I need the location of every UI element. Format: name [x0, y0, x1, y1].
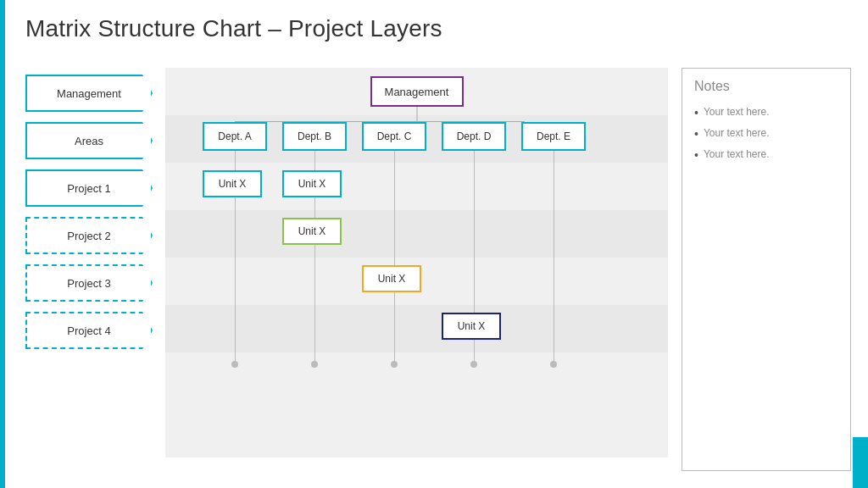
vline-e [554, 151, 554, 364]
dot-e [550, 361, 557, 368]
row-label-project1: Project 1 [25, 169, 153, 207]
unit-p1-a: Unit X [203, 170, 262, 197]
chart-wrapper: Management Areas Project 1 Project 2 Pro… [165, 68, 668, 471]
vline-c [394, 151, 395, 364]
dept-box-c: Dept. C [362, 122, 426, 151]
mgmt-vline [416, 107, 417, 122]
row-label-areas: Areas [25, 122, 153, 159]
notes-item-2: Your text here. [694, 127, 838, 141]
row-band-5 [165, 305, 668, 352]
dot-d [470, 361, 477, 368]
dot-a [231, 361, 238, 368]
page-title: Matrix Structure Chart – Project Layers [25, 15, 442, 42]
unit-p1-b: Unit X [282, 170, 342, 197]
unit-p4-d: Unit X [442, 313, 501, 340]
left-accent-bar [0, 0, 5, 488]
notes-panel: Notes Your text here. Your text here. Yo… [682, 68, 851, 471]
dept-box-e: Dept. E [521, 122, 586, 151]
unit-p2-b: Unit X [282, 218, 342, 245]
dot-c [391, 361, 398, 368]
dept-box-a: Dept. A [203, 122, 267, 151]
dept-box-d: Dept. D [442, 122, 506, 151]
dot-b [311, 361, 318, 368]
management-box: Management [370, 76, 464, 107]
notes-list: Your text here. Your text here. Your tex… [694, 106, 838, 162]
row-labels-container: Management Areas Project 1 Project 2 Pro… [25, 68, 161, 471]
row-label-management: Management [25, 75, 153, 112]
main-container: Management Areas Project 1 Project 2 Pro… [17, 68, 851, 471]
chart-grid: Management Dept. A Dept. B Dept. C Dept.… [165, 68, 668, 458]
notes-item-3: Your text here. [694, 148, 838, 163]
row-label-project4: Project 4 [25, 312, 153, 349]
unit-p3-c: Unit X [362, 265, 421, 292]
row-label-project3: Project 3 [25, 264, 153, 302]
bottom-right-accent-bar [853, 437, 868, 488]
notes-title: Notes [694, 79, 838, 94]
row-label-project2: Project 2 [25, 217, 153, 254]
row-band-footer [165, 352, 668, 373]
dept-box-b: Dept. B [282, 122, 347, 151]
notes-item-1: Your text here. [694, 106, 838, 120]
row-band-3 [165, 210, 668, 258]
